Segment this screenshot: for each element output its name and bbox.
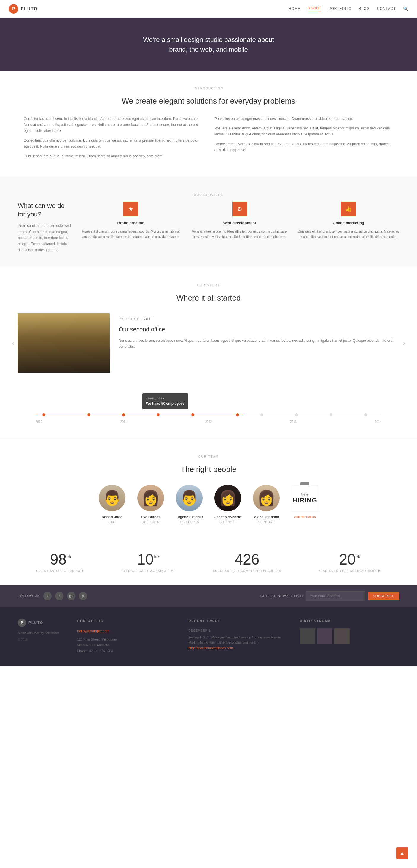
timeline-dot-2014b[interactable] (364, 413, 367, 416)
intro-columns: Curabitur lacinia mi sem. In iaculis lig… (24, 116, 393, 163)
timeline-dot-2012b[interactable] (236, 413, 239, 416)
timeline-dot-2013[interactable] (260, 413, 264, 416)
nav-contact[interactable]: CONTACT (377, 6, 396, 11)
footer-photostream: PHOTOSTREAM (300, 619, 399, 654)
stats-row: 98% CLIENT SATISFACTION RATE 10hrs AVERA… (18, 552, 399, 574)
timeline-dot-2013b[interactable] (295, 413, 298, 416)
footer-logo-icon: P (18, 619, 26, 627)
timeline-dot-2012[interactable] (191, 413, 194, 416)
footer-photostream-title: PHOTOSTREAM (300, 619, 399, 624)
stat-num-4: 20% (318, 552, 381, 567)
timeline-dot-2014[interactable] (329, 413, 333, 416)
avatar-michelle: 👩 (253, 485, 280, 512)
timeline-section: APRIL, 2013 We have 50 employees 2010 20… (0, 388, 417, 439)
service-web: ⚙ Web development Aenean vitae neque mi.… (189, 202, 291, 240)
member-role-1: CEO (96, 520, 129, 525)
member-role-2: DESIGNER (134, 520, 167, 525)
timeline-year-2012: 2012 (205, 420, 212, 424)
gplus-icon[interactable]: g+ (67, 592, 75, 600)
footer-email[interactable]: hello@example.com (77, 628, 176, 634)
team-member-2: 👩 Eva Barnes DESIGNER (134, 485, 167, 525)
pinterest-icon[interactable]: p (79, 592, 87, 600)
timeline-dot-2011[interactable] (122, 413, 125, 416)
footer: P PLUTO Made with love by Kriativizer © … (0, 607, 417, 666)
timeline-dot-2010[interactable] (42, 413, 45, 416)
member-role-4: SUPPORT (211, 520, 244, 525)
service-marketing: 👍 Online marketing Duis quis elit hendre… (298, 202, 399, 240)
footer-logo-text: PLUTO (29, 620, 43, 626)
newsletter-label: GET THE NEWSLETTER (260, 593, 303, 599)
team-member-1: 👨 Robert Judd CEO (96, 485, 129, 525)
services-section: OUR SERVICES What can we do for you? Pro… (0, 178, 417, 268)
gear-icon: ⚙ (237, 205, 242, 214)
photostream-grid (300, 628, 399, 644)
brand-title: Brand creation (80, 220, 182, 226)
timeline-year-2010: 2010 (36, 420, 42, 424)
stat-num-1: 98% (36, 552, 84, 567)
marketing-text: Duis quis elit hendrerit, tempor magna a… (298, 229, 399, 240)
photo-3 (334, 628, 350, 644)
footer-tweet-date: DECEMBER 1 (188, 628, 288, 633)
timeline-line (36, 414, 381, 415)
hiring-badge: We're HIRING (291, 485, 318, 512)
intro-p6: Donec tempus velit vitae quam sodales. S… (214, 141, 393, 153)
intro-title: We create elegant solutions for everyday… (24, 95, 393, 107)
stat-satisfaction: 98% CLIENT SATISFACTION RATE (36, 552, 84, 574)
brand-icon-box: ★ (124, 202, 138, 216)
nav-about[interactable]: ABOUT (308, 5, 321, 12)
intro-p1: Curabitur lacinia mi sem. In iaculis lig… (24, 116, 203, 134)
see-details-link[interactable]: See the details (288, 514, 321, 520)
avatar-eva: 👩 (137, 485, 164, 512)
facebook-icon[interactable]: f (43, 592, 51, 600)
team-section: OUR TEAM The right people 👨 Robert Judd … (0, 439, 417, 539)
timeline-line-filled (36, 414, 243, 415)
story-image (18, 313, 110, 373)
intro-col-left: Curabitur lacinia mi sem. In iaculis lig… (24, 116, 203, 163)
timeline-labels: 2010 2011 2012 2013 2014 (36, 420, 381, 424)
story-label: OUR STORY (18, 283, 399, 288)
footer-brand: P PLUTO Made with love by Kriativizer © … (18, 619, 65, 654)
stat-projects: 426 SUCCESSFULLY COMPLETED PROJECTS (213, 552, 281, 574)
avatar-robert: 👨 (99, 485, 126, 512)
services-layout: What can we do for you? Proin condimentu… (18, 202, 399, 253)
timeline-dot-2011b[interactable] (157, 413, 160, 416)
timeline-year-2011: 2011 (120, 420, 127, 424)
marketing-title: Online marketing (298, 220, 399, 226)
footer-tweet-link[interactable]: http://envatomarketplaces.com (188, 646, 233, 650)
logo-area[interactable]: P PLUTO (9, 4, 38, 14)
nav-blog[interactable]: BLOG (359, 6, 370, 11)
member-name-1: Robert Judd (96, 514, 129, 520)
timeline-dot-2010b[interactable] (88, 413, 91, 416)
twitter-icon[interactable]: t (55, 592, 64, 600)
story-section: OUR STORY Where it all started ‹ OCTOBER… (0, 268, 417, 388)
nav-home[interactable]: HOME (288, 6, 301, 11)
story-date: OCTOBER, 2011 (118, 316, 399, 322)
hiring-text: HIRING (293, 497, 317, 504)
footer-tweet: RECENT TWEET DECEMBER 1 Testing 1, 2, 3.… (188, 619, 288, 654)
stat-working-time: 10hrs AVERAGE DAILY WORKING TIME (121, 552, 176, 574)
services-left: What can we do for you? Proin condimentu… (18, 202, 71, 253)
email-input[interactable] (306, 591, 365, 601)
timeline-tooltip: APRIL, 2013 We have 50 employees (142, 394, 188, 409)
timeline-year-2014: 2014 (375, 420, 381, 424)
member-role-5: SUPPORT (250, 520, 283, 525)
team-member-5: 👩 Michelle Edson SUPPORT (250, 485, 283, 525)
intro-p3: Duis ut posuere augue, a interdum nisl. … (24, 153, 203, 159)
navbar: P PLUTO HOME ABOUT PORTFOLIO BLOG CONTAC… (0, 0, 417, 18)
story-next-arrow[interactable]: › (403, 338, 405, 348)
team-title: The right people (18, 463, 399, 476)
story-prev-arrow[interactable]: ‹ (12, 338, 14, 348)
stat-label-1: CLIENT SATISFACTION RATE (36, 569, 84, 574)
footer-address: 121 King Street, Melbourne Victoria 3000… (77, 637, 176, 654)
newsletter-section: FOLLOW US f t g+ p GET THE NEWSLETTER SU… (0, 585, 417, 607)
nav-links: HOME ABOUT PORTFOLIO BLOG CONTACT 🔍 (288, 5, 408, 12)
photo-1 (300, 628, 315, 644)
search-icon[interactable]: 🔍 (403, 5, 408, 12)
subscribe-button[interactable]: SUBSCRIBE (368, 592, 399, 600)
member-role-3: DEVELOPER (173, 520, 206, 525)
avatar-janet: 👩 (214, 485, 241, 512)
nav-portfolio[interactable]: PORTFOLIO (328, 6, 351, 11)
footer-contact-title: CONTACT US (77, 619, 176, 624)
service-brand: ★ Brand creation Praesent dignissim dui … (80, 202, 182, 240)
intro-p4: Phasellus eu tellus eget massa ultrices … (214, 116, 393, 122)
